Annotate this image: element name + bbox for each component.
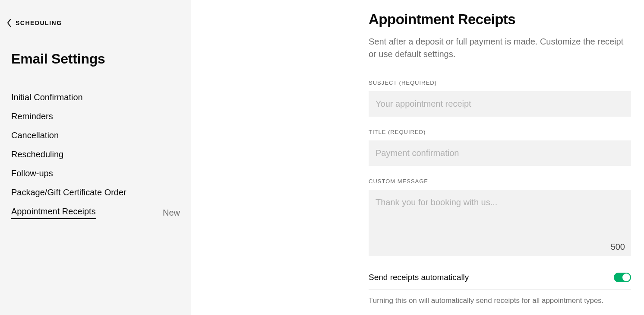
title-input[interactable]	[369, 140, 631, 166]
send-automatically-row: Send receipts automatically	[369, 268, 631, 290]
nav-item-label: Appointment Receipts	[11, 207, 96, 216]
nav-item-label: Rescheduling	[11, 150, 63, 159]
nav-item-label: Package/Gift Certificate Order	[11, 188, 126, 197]
page-title: Appointment Receipts	[369, 11, 631, 28]
appointment-receipts-panel: Appointment Receipts Sent after a deposi…	[369, 11, 631, 315]
email-settings-nav: Initial Confirmation Reminders Cancellat…	[0, 88, 191, 223]
toggle-label: Send receipts automatically	[369, 273, 469, 282]
sidebar-title: Email Settings	[0, 51, 191, 67]
send-automatically-toggle[interactable]	[614, 273, 631, 282]
subject-field-group: SUBJECT (REQUIRED)	[369, 80, 631, 117]
chevron-left-icon	[7, 19, 11, 27]
nav-item-label: Follow-ups	[11, 169, 53, 178]
title-field-group: TITLE (REQUIRED)	[369, 129, 631, 166]
subject-input[interactable]	[369, 91, 631, 117]
nav-item-label: Cancellation	[11, 130, 59, 140]
nav-item-label: Initial Confirmation	[11, 92, 83, 102]
title-label: TITLE (REQUIRED)	[369, 129, 631, 135]
subject-label: SUBJECT (REQUIRED)	[369, 80, 631, 86]
nav-item-reminders[interactable]: Reminders	[11, 107, 180, 126]
custom-message-field-group: CUSTOM MESSAGE 500	[369, 178, 631, 256]
nav-item-initial-confirmation[interactable]: Initial Confirmation	[11, 88, 180, 107]
nav-item-package-gift-order[interactable]: Package/Gift Certificate Order	[11, 183, 180, 202]
nav-item-label: Reminders	[11, 111, 53, 121]
back-to-scheduling-link[interactable]: SCHEDULING	[0, 19, 191, 27]
back-label: SCHEDULING	[16, 19, 62, 26]
toggle-knob	[622, 274, 630, 281]
nav-item-badge: New	[163, 208, 180, 218]
nav-item-rescheduling[interactable]: Rescheduling	[11, 145, 180, 164]
custom-message-label: CUSTOM MESSAGE	[369, 178, 631, 185]
nav-item-follow-ups[interactable]: Follow-ups	[11, 164, 180, 183]
nav-item-cancellation[interactable]: Cancellation	[11, 126, 180, 145]
nav-item-appointment-receipts[interactable]: Appointment Receipts New	[11, 202, 180, 223]
toggle-helper-text: Turning this on will automatically send …	[369, 296, 631, 305]
main-content: Appointment Receipts Sent after a deposi…	[191, 0, 644, 315]
settings-sidebar: SCHEDULING Email Settings Initial Confir…	[0, 0, 191, 315]
char-count: 500	[611, 242, 625, 252]
page-description: Sent after a deposit or full payment is …	[369, 35, 631, 60]
custom-message-textarea[interactable]	[369, 190, 631, 256]
